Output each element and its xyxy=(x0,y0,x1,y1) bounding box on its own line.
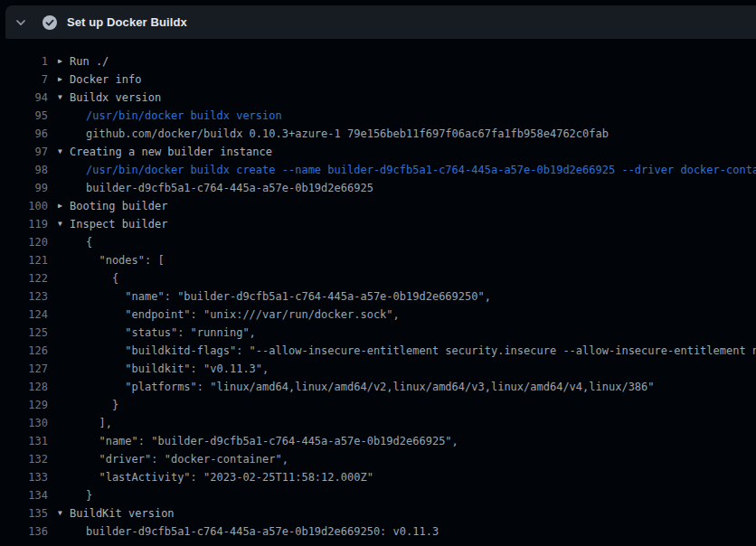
log-text: ], xyxy=(70,414,112,432)
log-line[interactable]: 7 ▶ Docker info xyxy=(0,71,756,89)
line-number[interactable]: 99 xyxy=(0,179,48,197)
expand-arrow-icon: ▼ xyxy=(58,215,70,233)
log-text: Booting builder xyxy=(70,197,167,215)
expand-arrow-icon xyxy=(58,179,70,197)
log-line[interactable]: 97 ▼ Creating a new builder instance xyxy=(0,143,756,161)
line-number[interactable]: 125 xyxy=(0,324,48,342)
log-text: "endpoint": "unix:///var/run/docker.sock… xyxy=(70,306,400,324)
log-text: "lastActivity": "2023-02-25T11:58:12.000… xyxy=(70,468,373,486)
log-line: 128 "platforms": "linux/amd64,linux/amd6… xyxy=(0,378,756,396)
log-line: 99 builder-d9cfb5a1-c764-445a-a57e-0b19d… xyxy=(0,179,756,197)
line-number[interactable]: 98 xyxy=(0,161,48,179)
line-number[interactable]: 120 xyxy=(0,233,48,251)
log-line: 123 "name": "builder-d9cfb5a1-c764-445a-… xyxy=(0,287,756,306)
line-number[interactable]: 135 xyxy=(0,504,48,522)
log-text: Docker info xyxy=(70,71,141,89)
log-line: 127 "buildkit": "v0.11.3", xyxy=(0,360,756,378)
line-number[interactable]: 128 xyxy=(0,378,48,396)
expand-arrow-icon: ▶ xyxy=(58,71,70,89)
line-number[interactable]: 129 xyxy=(0,396,48,414)
expand-arrow-icon xyxy=(58,324,70,342)
line-number[interactable]: 1 xyxy=(0,52,48,71)
expand-arrow-icon xyxy=(58,125,70,143)
expand-arrow-icon: ▼ xyxy=(58,143,70,161)
log-line: 124 "endpoint": "unix:///var/run/docker.… xyxy=(0,306,756,324)
line-number[interactable]: 132 xyxy=(0,450,48,468)
line-number[interactable]: 119 xyxy=(0,215,48,233)
line-number[interactable]: 124 xyxy=(0,306,48,324)
log-text: "name": "builder-d9cfb5a1-c764-445a-a57e… xyxy=(70,432,458,450)
expand-arrow-icon xyxy=(58,107,70,125)
line-number[interactable]: 94 xyxy=(0,89,48,107)
line-number[interactable]: 121 xyxy=(0,251,48,269)
expand-arrow-icon xyxy=(58,522,70,541)
log-text: github.com/docker/buildx 0.10.3+azure-1 … xyxy=(70,125,609,143)
log-line[interactable]: 135 ▼ BuildKit version xyxy=(0,504,756,522)
log-line[interactable]: 119 ▼ Inspect builder xyxy=(0,215,756,233)
expand-arrow-icon xyxy=(58,269,70,287)
log-text: /usr/bin/docker buildx create --name bui… xyxy=(70,161,756,179)
log-text: Creating a new builder instance xyxy=(70,143,272,161)
log-text: { xyxy=(70,233,92,251)
log-text: "buildkit": "v0.11.3", xyxy=(70,360,269,378)
line-number[interactable]: 97 xyxy=(0,143,48,161)
expand-arrow-icon xyxy=(58,306,70,324)
log-text: /usr/bin/docker buildx version xyxy=(70,107,282,125)
line-number[interactable]: 131 xyxy=(0,432,48,450)
expand-arrow-icon: ▼ xyxy=(58,504,70,522)
chevron-down-icon[interactable] xyxy=(14,15,28,30)
log-line: 136 builder-d9cfb5a1-c764-445a-a57e-0b19… xyxy=(0,522,756,541)
log-line[interactable]: 100 ▶ Booting builder xyxy=(0,197,756,215)
expand-arrow-icon: ▶ xyxy=(58,52,70,71)
log-line: 98 /usr/bin/docker buildx create --name … xyxy=(0,161,756,179)
log-line: 132 "driver": "docker-container", xyxy=(0,450,756,468)
log-text: builder-d9cfb5a1-c764-445a-a57e-0b19d2e6… xyxy=(70,522,439,541)
log-text: Run ./ xyxy=(70,52,109,71)
log-line: 126 "buildkitd-flags": "--allow-insecure… xyxy=(0,342,756,360)
line-number[interactable]: 134 xyxy=(0,486,48,504)
expand-arrow-icon xyxy=(58,450,70,468)
log-line: 131 "name": "builder-d9cfb5a1-c764-445a-… xyxy=(0,432,756,450)
line-number[interactable]: 122 xyxy=(0,269,48,287)
log-line: 95 /usr/bin/docker buildx version xyxy=(0,107,756,125)
log-line: 125 "status": "running", xyxy=(0,324,756,342)
line-number[interactable]: 95 xyxy=(0,107,48,125)
line-number[interactable]: 123 xyxy=(0,287,48,306)
log-text: } xyxy=(70,486,92,504)
line-number[interactable]: 130 xyxy=(0,414,48,432)
step-header[interactable]: Set up Docker Buildx xyxy=(5,5,756,39)
line-number[interactable]: 136 xyxy=(0,522,48,541)
log-text: { xyxy=(70,269,118,287)
log-line: 120 { xyxy=(0,233,756,251)
line-number[interactable]: 133 xyxy=(0,468,48,486)
expand-arrow-icon xyxy=(58,233,70,251)
step-title: Set up Docker Buildx xyxy=(67,15,187,29)
log-line: 96 github.com/docker/buildx 0.10.3+azure… xyxy=(0,125,756,143)
expand-arrow-icon xyxy=(58,414,70,432)
expand-arrow-icon xyxy=(58,161,70,179)
log-line: 134 } xyxy=(0,486,756,504)
log-line: 122 { xyxy=(0,269,756,287)
line-number[interactable]: 96 xyxy=(0,125,48,143)
line-number[interactable]: 126 xyxy=(0,342,48,360)
log-text: builder-d9cfb5a1-c764-445a-a57e-0b19d2e6… xyxy=(70,179,373,197)
expand-arrow-icon xyxy=(58,378,70,396)
log-line: 133 "lastActivity": "2023-02-25T11:58:12… xyxy=(0,468,756,486)
line-number[interactable]: 100 xyxy=(0,197,48,215)
log-text: "status": "running", xyxy=(70,324,256,342)
log-text: BuildKit version xyxy=(70,504,175,522)
check-circle-icon xyxy=(43,15,57,30)
expand-arrow-icon: ▶ xyxy=(58,197,70,215)
log-text: Buildx version xyxy=(70,89,161,107)
log-line[interactable]: 1 ▶ Run ./ xyxy=(0,52,756,71)
expand-arrow-icon: ▼ xyxy=(58,89,70,107)
expand-arrow-icon xyxy=(58,360,70,378)
log-viewer: 1 ▶ Run ./ 7 ▶ Docker info 94 ▼ Buildx v… xyxy=(0,52,756,541)
log-text: "name": "builder-d9cfb5a1-c764-445a-a57e… xyxy=(70,287,491,306)
log-text: "buildkitd-flags": "--allow-insecure-ent… xyxy=(70,342,756,360)
line-number[interactable]: 127 xyxy=(0,360,48,378)
log-line[interactable]: 94 ▼ Buildx version xyxy=(0,89,756,107)
expand-arrow-icon xyxy=(58,287,70,306)
line-number[interactable]: 7 xyxy=(0,71,48,89)
log-text: "platforms": "linux/amd64,linux/amd64/v2… xyxy=(70,378,655,396)
